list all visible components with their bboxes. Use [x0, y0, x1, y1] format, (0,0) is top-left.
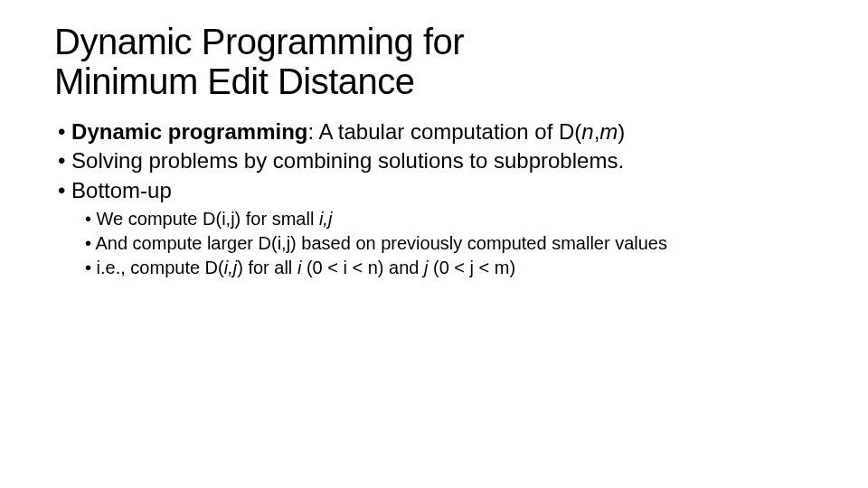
bullet-1-rest: : A tabular computation of D(	[307, 119, 581, 144]
bullet-1-strong: Dynamic programming	[71, 119, 307, 144]
sub-bullet-list: We compute D(i,j) for small i,j And comp…	[85, 207, 814, 280]
bullet-1: Dynamic programming: A tabular computati…	[58, 117, 814, 146]
sub-3-c: ) for all	[237, 258, 297, 277]
bullet-list: Dynamic programming: A tabular computati…	[58, 117, 814, 205]
sub-3-g: (0 < j < m)	[428, 258, 515, 277]
sub-1-a: We compute D(i,j) for small	[97, 209, 319, 229]
bullet-1-n: n	[581, 119, 593, 144]
sub-bullet-2: And compute larger D(i,j) based on previ…	[85, 231, 814, 256]
sub-bullet-3: i.e., compute D(i,j) for all i (0 < i < …	[85, 256, 814, 280]
slide-title: Dynamic Programming for Minimum Edit Dis…	[54, 22, 814, 101]
bullet-3: Bottom-up	[58, 176, 814, 205]
bullet-1-close: )	[618, 119, 625, 144]
sub-3-a: i.e., compute D(	[97, 258, 224, 277]
sub-bullet-1: We compute D(i,j) for small i,j	[85, 207, 814, 231]
title-line-2: Minimum Edit Distance	[54, 61, 415, 101]
slide: Dynamic Programming for Minimum Edit Dis…	[0, 0, 868, 280]
sub-3-e: (0 < i < n) and	[301, 258, 424, 277]
title-line-1: Dynamic Programming for	[54, 22, 464, 61]
sub-1-b: i,j	[319, 209, 332, 229]
bullet-2: Solving problems by combining solutions …	[58, 146, 814, 175]
sub-3-b: i,j	[224, 258, 237, 277]
bullet-1-m: m	[599, 119, 618, 144]
